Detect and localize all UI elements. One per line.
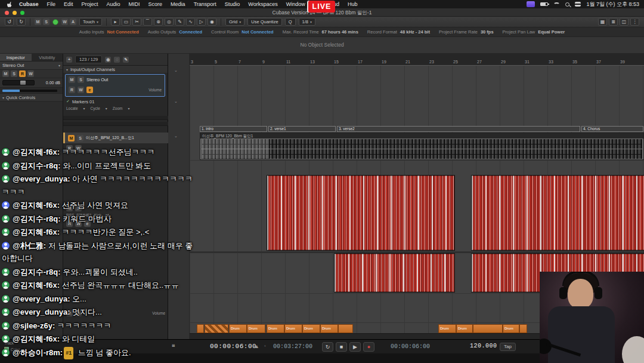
menubar-item-7[interactable]: Media xyxy=(166,1,190,7)
drum-event[interactable] xyxy=(519,324,527,333)
marker-event[interactable]: 4. Chorus xyxy=(581,126,643,132)
direct-offline-processing-icon[interactable]: ≣ xyxy=(609,18,618,26)
solo-button[interactable]: S xyxy=(77,135,83,141)
drum-event[interactable]: Drum xyxy=(503,324,519,333)
time-format-toggle-icon[interactable]: ▴ xyxy=(255,343,258,349)
drum-event[interactable] xyxy=(338,324,353,333)
menubar-item-3[interactable]: Project xyxy=(78,1,103,7)
window-layout-icon[interactable]: ◫ xyxy=(620,18,628,26)
record-button[interactable]: ● xyxy=(363,342,374,352)
volume-fader[interactable] xyxy=(2,80,35,85)
spotlight-search-icon[interactable] xyxy=(565,2,569,7)
range-selection-tool-icon[interactable]: ▭ xyxy=(122,18,131,26)
primary-time-display[interactable]: 00:00:06:00 xyxy=(210,343,256,350)
wifi-icon[interactable] xyxy=(553,2,560,7)
cycle-button[interactable]: ↻ xyxy=(322,342,333,352)
track-filter-icon[interactable]: ◉ xyxy=(105,57,111,63)
midi-part[interactable] xyxy=(334,253,455,293)
undo-icon[interactable]: ↺ xyxy=(5,18,14,26)
menubar-clock[interactable]: 1월 7일 (수) 오후 8:53 xyxy=(586,1,639,8)
control-center-icon[interactable] xyxy=(575,2,581,7)
drum-event[interactable]: Drum xyxy=(229,324,247,333)
read-automation-button[interactable]: R xyxy=(69,87,75,93)
audio-event-clip[interactable]: 이선주_BPM 120_Bbm 필인1 xyxy=(200,133,644,160)
drum-event[interactable]: Drum xyxy=(302,324,320,333)
fold-track-icon[interactable] xyxy=(174,134,178,139)
draw-tool-icon[interactable]: ✎ xyxy=(175,18,184,26)
setup-toolbar-icon[interactable]: ⋮ xyxy=(630,18,639,26)
mute-button[interactable]: M xyxy=(69,76,75,83)
fold-track-icon[interactable] xyxy=(174,68,178,73)
use-quantize-toggle[interactable]: Use Quantize xyxy=(247,18,281,26)
solo-button[interactable]: S xyxy=(11,70,17,77)
tap-tempo-button[interactable]: Tap xyxy=(500,343,516,351)
track-edit-icon[interactable]: ✎ xyxy=(123,57,129,63)
audition-tool-icon[interactable]: ▷ xyxy=(197,18,206,26)
quantize-q-button[interactable]: Q xyxy=(285,18,296,26)
drum-event[interactable]: Drum xyxy=(438,324,456,333)
play-button[interactable]: ▶ xyxy=(349,342,361,352)
tempo-display[interactable]: 120.000 xyxy=(470,343,497,349)
menubar-item-6[interactable]: Score xyxy=(144,1,167,7)
quantize-preset-dropdown[interactable]: 1/8 xyxy=(299,18,315,26)
channel-a-button[interactable]: A xyxy=(70,19,76,25)
write-automation-button[interactable]: W xyxy=(78,87,84,93)
drum-event[interactable]: Drum xyxy=(320,324,338,333)
menubar-item-2[interactable]: Edit xyxy=(60,1,78,7)
write-automation-button[interactable]: W xyxy=(27,70,34,77)
menubar-item-13[interactable]: Hub xyxy=(343,1,362,7)
drum-event[interactable]: Drum xyxy=(456,324,473,333)
battery-icon[interactable] xyxy=(540,2,548,6)
menubar-item-10[interactable]: Workspaces xyxy=(244,1,281,7)
audio-track-row[interactable]: M S 이선주_BPM_120_B...인1 xyxy=(63,133,168,143)
io-channels-row[interactable]: Input/Output Channels xyxy=(63,66,168,73)
menubar-item-11[interactable]: Window xyxy=(282,1,309,7)
menubar-item-1[interactable]: File xyxy=(43,1,60,7)
mute-button[interactable]: M xyxy=(68,135,75,141)
cycle-dropdown[interactable]: Cycle xyxy=(91,106,100,110)
zoom-tool-icon[interactable]: ◎ xyxy=(165,18,174,26)
menubar-item-0[interactable]: Cubase xyxy=(15,1,43,7)
midi-part[interactable] xyxy=(471,175,644,251)
markers-track-row[interactable]: ✓ Markers 01 xyxy=(63,98,168,105)
menubar-item-4[interactable]: Audio xyxy=(103,1,125,7)
mute-button[interactable]: M xyxy=(2,70,9,77)
track-search-icon[interactable]: ◌ xyxy=(114,57,120,63)
edit-channel-button[interactable]: e xyxy=(86,87,93,93)
solo-button[interactable]: S xyxy=(78,76,84,83)
redo-icon[interactable]: ↻ xyxy=(17,18,26,26)
channel-s-button[interactable]: S xyxy=(43,19,49,25)
color-tool-icon[interactable]: ◉ xyxy=(208,18,216,26)
tab-visibility[interactable]: Visibility xyxy=(32,54,63,61)
channel-m-button[interactable]: M xyxy=(35,19,41,25)
mixconsole-icon[interactable]: ▦ xyxy=(598,18,607,26)
inspector-track-header[interactable]: Stereo Out xyxy=(0,61,63,70)
screen-recording-icon[interactable] xyxy=(527,1,535,7)
monitor-button[interactable] xyxy=(52,19,58,25)
erase-tool-icon[interactable]: ⊗ xyxy=(154,18,163,26)
tab-inspector[interactable]: Inspector xyxy=(0,54,32,61)
glue-tool-icon[interactable]: ⌒ xyxy=(143,18,152,26)
marker-event[interactable]: 3. verse2 xyxy=(337,126,580,132)
stop-button[interactable]: ■ xyxy=(336,342,347,352)
zoom-dropdown[interactable]: Zoom xyxy=(113,106,123,110)
drum-event[interactable]: Drum xyxy=(284,324,302,333)
add-track-icon[interactable]: + xyxy=(66,57,72,63)
marker-event[interactable]: 1. intro xyxy=(200,126,267,132)
drum-event[interactable] xyxy=(473,324,503,333)
channel-w-button[interactable]: W xyxy=(61,19,68,25)
apple-menu-icon[interactable] xyxy=(5,1,15,7)
quick-controls-header[interactable]: Quick Controls xyxy=(6,95,35,100)
drum-event[interactable]: Drum xyxy=(247,324,265,333)
menubar-item-5[interactable]: MIDI xyxy=(125,1,144,7)
midi-part[interactable] xyxy=(267,175,455,251)
timeline-ruler[interactable]: 357911131517192123252729313335373941 xyxy=(190,54,644,66)
drum-event[interactable]: Drum xyxy=(267,324,284,333)
menubar-item-8[interactable]: Transport xyxy=(190,1,221,7)
right-locator-time[interactable]: 00:00:06:00 xyxy=(391,343,430,350)
object-selection-tool-icon[interactable]: ▸ xyxy=(111,18,120,26)
read-automation-button[interactable]: R xyxy=(19,70,26,77)
menubar-item-9[interactable]: Studio xyxy=(221,1,244,7)
marker-event[interactable]: 2. verse1 xyxy=(268,126,336,132)
line-tool-icon[interactable]: ∿ xyxy=(186,18,195,26)
